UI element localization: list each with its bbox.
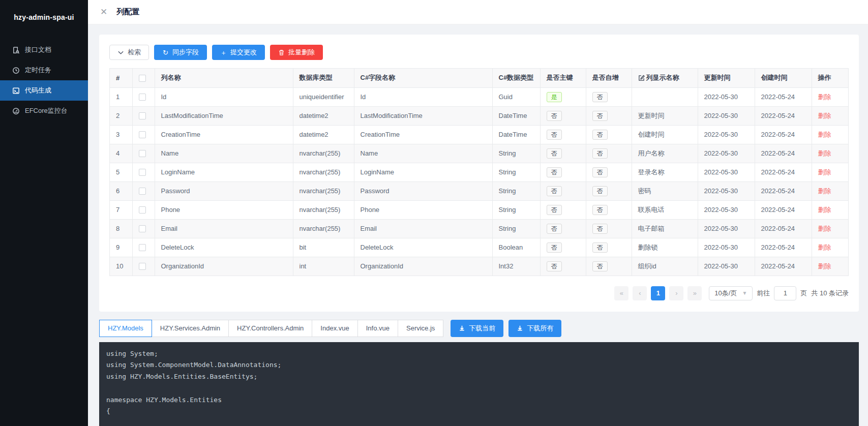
row-checkbox-cell	[132, 200, 155, 219]
no-tag[interactable]: 否	[547, 148, 562, 159]
no-tag[interactable]: 否	[547, 111, 562, 121]
table-row: 4Namenvarchar(255)NameString否否用户名称2022-0…	[110, 144, 848, 163]
action-cell: 删除	[812, 163, 848, 181]
page-1-button[interactable]: 1	[651, 286, 665, 300]
column-config-card: 检索 ↻ 同步字段 ＋ 提交更改 批量删除	[99, 35, 859, 312]
no-tag[interactable]: 否	[547, 242, 562, 253]
display-name-cell[interactable]: 创建时间	[632, 125, 698, 144]
is-auto-increment-cell: 否	[586, 219, 632, 238]
delete-row-link[interactable]: 删除	[818, 149, 831, 157]
no-tag[interactable]: 否	[592, 205, 608, 215]
display-name-cell[interactable]: 联系电话	[632, 200, 698, 219]
no-tag[interactable]: 否	[592, 167, 608, 177]
display-name-cell[interactable]: 登录名称	[632, 163, 698, 181]
cs-data-type-cell: String	[492, 181, 540, 200]
row-checkbox[interactable]	[139, 188, 146, 195]
sidebar-item-2[interactable]: 定时任务	[0, 60, 88, 80]
display-name-cell[interactable]: 用户名称	[632, 144, 698, 163]
row-checkbox[interactable]	[139, 169, 146, 176]
tab-hzy-models[interactable]: HZY.Models	[99, 320, 152, 337]
download-current-button[interactable]: 下载当前	[451, 320, 503, 337]
cs-data-type-cell: String	[492, 163, 540, 181]
no-tag[interactable]: 否	[592, 186, 608, 196]
is-auto-increment-cell: 否	[586, 200, 632, 219]
delete-row-link[interactable]: 删除	[818, 168, 831, 176]
no-tag[interactable]: 否	[592, 130, 608, 140]
row-checkbox[interactable]	[139, 94, 146, 101]
delete-row-link[interactable]: 删除	[818, 262, 831, 270]
sidebar-item-3[interactable]: 代码生成	[0, 80, 88, 101]
delete-row-link[interactable]: 删除	[818, 225, 831, 232]
display-name-cell[interactable]: 密码	[632, 181, 698, 200]
generated-code-block: using System; using System.ComponentMode…	[99, 342, 859, 426]
created-time-cell: 2022-05-24	[755, 125, 812, 144]
no-tag[interactable]: 否	[592, 261, 608, 271]
select-all-checkbox[interactable]	[139, 75, 146, 82]
delete-row-link[interactable]: 删除	[818, 187, 831, 195]
action-cell: 删除	[812, 181, 848, 200]
first-page-button[interactable]: «	[614, 286, 628, 300]
row-checkbox[interactable]	[139, 150, 146, 157]
next-page-button[interactable]: ›	[669, 286, 683, 300]
batch-delete-button[interactable]: 批量删除	[270, 45, 323, 60]
delete-row-link[interactable]: 删除	[818, 112, 831, 119]
search-button[interactable]: 检索	[109, 45, 149, 60]
no-tag[interactable]: 否	[547, 224, 562, 234]
no-tag[interactable]: 否	[592, 92, 608, 102]
updated-time-cell: 2022-05-30	[698, 219, 755, 238]
tab-service-js[interactable]: Service.js	[398, 320, 443, 337]
code-gen-icon	[12, 87, 20, 95]
row-checkbox-cell	[132, 125, 155, 144]
delete-row-link[interactable]: 删除	[818, 93, 831, 101]
tab-info-vue[interactable]: Info.vue	[357, 320, 398, 337]
editable-column-header: 列显示名称	[638, 73, 679, 82]
is-auto-increment-cell: 否	[586, 163, 632, 181]
is-auto-increment-cell: 否	[586, 106, 632, 125]
display-name-cell[interactable]: 电子邮箱	[632, 219, 698, 238]
delete-row-link[interactable]: 删除	[818, 131, 831, 138]
batch-delete-label: 批量删除	[288, 48, 315, 57]
row-checkbox[interactable]	[139, 131, 146, 138]
goto-page-input[interactable]	[774, 286, 796, 300]
tab-hzy-controllers-admin[interactable]: HZY.Controllers.Admin	[228, 320, 312, 337]
prev-page-button[interactable]: ‹	[633, 286, 647, 300]
no-tag[interactable]: 否	[547, 167, 562, 177]
last-page-button[interactable]: »	[687, 286, 702, 300]
table-row: 1IduniqueidentifierIdGuid是否2022-05-30202…	[110, 87, 848, 106]
display-name-cell[interactable]: 组织id	[632, 257, 698, 276]
no-tag[interactable]: 否	[592, 111, 608, 121]
delete-row-link[interactable]: 删除	[818, 244, 831, 251]
row-index: 9	[110, 238, 132, 257]
tab-index-vue[interactable]: Index.vue	[312, 320, 357, 337]
tab-hzy-services-admin[interactable]: HZY.Services.Admin	[152, 320, 229, 337]
no-tag[interactable]: 否	[547, 130, 562, 140]
no-tag[interactable]: 否	[547, 186, 562, 196]
display-name-cell[interactable]	[632, 87, 698, 106]
cs-field-name-cell: Name	[354, 144, 492, 163]
no-tag[interactable]: 否	[592, 148, 608, 159]
row-checkbox[interactable]	[139, 244, 146, 251]
close-icon[interactable]: ✕	[100, 8, 107, 16]
sidebar-item-1[interactable]: 接口文档	[0, 40, 88, 60]
display-name-cell[interactable]: 删除锁	[632, 238, 698, 257]
display-name-cell[interactable]: 更新时间	[632, 106, 698, 125]
page-size-select[interactable]: 10条/页 ▼	[709, 286, 753, 300]
row-checkbox[interactable]	[139, 225, 146, 232]
row-checkbox[interactable]	[139, 263, 146, 270]
submit-changes-button[interactable]: ＋ 提交更改	[212, 45, 265, 60]
action-cell: 删除	[812, 257, 848, 276]
download-all-button[interactable]: 下载所有	[508, 320, 561, 337]
download-icon	[517, 325, 523, 331]
sidebar-item-4[interactable]: EFCore监控台	[0, 101, 88, 121]
yes-tag[interactable]: 是	[547, 92, 562, 102]
no-tag[interactable]: 否	[547, 261, 562, 271]
row-index: 4	[110, 144, 132, 163]
no-tag[interactable]: 否	[592, 224, 608, 234]
delete-row-link[interactable]: 删除	[818, 206, 831, 214]
row-checkbox[interactable]	[139, 112, 146, 119]
no-tag[interactable]: 否	[547, 205, 562, 215]
no-tag[interactable]: 否	[592, 242, 608, 253]
created-time-cell: 2022-05-24	[755, 144, 812, 163]
sync-fields-button[interactable]: ↻ 同步字段	[154, 45, 207, 60]
row-checkbox[interactable]	[139, 206, 146, 214]
